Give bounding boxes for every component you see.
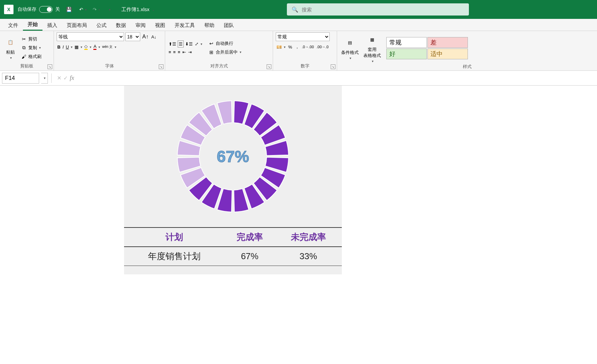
percent-icon: % <box>288 44 292 50</box>
cell-complete-rate: 67% <box>225 247 275 266</box>
decrease-font-button[interactable]: A↓ <box>151 34 157 40</box>
group-styles: ▤ 条件格式▾ ▦ 套用 表格格式▾ 常规 差 好 适中 样式 <box>337 31 597 70</box>
underline-button[interactable]: U▾ <box>65 44 73 50</box>
undo-icon: ↶ <box>78 6 84 12</box>
align-left-icon: ≡ <box>169 50 171 55</box>
accounting-format-button[interactable]: 💴▾ <box>276 43 286 51</box>
number-dialog-launcher[interactable]: ↘ <box>331 64 335 69</box>
save-button[interactable]: 💾 <box>64 5 73 14</box>
align-right-icon: ≡ <box>178 50 180 55</box>
number-format-select[interactable]: 常规 <box>276 32 330 41</box>
orientation-button[interactable]: ⤢▾ <box>194 40 203 48</box>
tab-developer[interactable]: 开发工具 <box>170 20 200 31</box>
undo-button[interactable]: ↶▾ <box>78 5 87 14</box>
font-color-button[interactable]: A▾ <box>93 43 101 51</box>
copy-button[interactable]: ⧉复制▾ <box>20 44 42 52</box>
worksheet-area[interactable]: 67% 计划 完成率 未完成率 年度销售计划 67% 33% <box>0 86 597 364</box>
increase-decimal-button[interactable]: .0→.00 <box>301 43 315 51</box>
italic-button[interactable]: I <box>62 44 64 50</box>
clipboard-dialog-launcher[interactable]: ↘ <box>48 64 52 69</box>
cell-style-good[interactable]: 好 <box>386 49 427 59</box>
tab-file[interactable]: 文件 <box>3 20 23 31</box>
tab-formulas[interactable]: 公式 <box>92 20 111 31</box>
increase-indent-button[interactable]: ⇥ <box>187 49 192 55</box>
align-top-button[interactable]: ⬆☰ <box>168 40 177 48</box>
font-size-select[interactable]: 18 <box>125 32 140 41</box>
group-font: 等线 18 A↑ A↓ B I U▾ ▦▾ ◇▾ A▾ wén 文▾ 字体 ↘ <box>54 31 165 70</box>
insert-function-button[interactable]: fx <box>70 74 74 82</box>
align-center-button[interactable]: ≡ <box>173 49 177 55</box>
ribbon-tabs: 文件 开始 插入 页面布局 公式 数据 审阅 视图 开发工具 帮助 团队 <box>0 19 597 31</box>
align-right-button[interactable]: ≡ <box>177 49 181 55</box>
tab-view[interactable]: 视图 <box>150 20 170 31</box>
tab-help[interactable]: 帮助 <box>200 20 219 31</box>
align-middle-button[interactable]: ☰ <box>178 40 184 48</box>
conditional-format-icon: ▤ <box>344 36 356 49</box>
comma-format-button[interactable]: ， <box>294 43 300 51</box>
tab-team[interactable]: 团队 <box>219 20 239 31</box>
formula-input[interactable] <box>78 73 595 84</box>
name-box[interactable]: F14 <box>2 73 39 84</box>
decrease-indent-button[interactable]: ⇤ <box>182 49 187 55</box>
fill-color-button[interactable]: ◇▾ <box>84 43 92 51</box>
redo-button[interactable]: ↷▾ <box>91 5 100 14</box>
file-name-label: 工作簿1.xlsx <box>121 6 149 13</box>
cut-button[interactable]: ✂剪切 <box>20 35 42 43</box>
table-header-plan: 计划 <box>124 228 225 247</box>
table-row[interactable]: 年度销售计划 67% 33% <box>124 247 342 266</box>
align-top-icon: ⬆☰ <box>169 41 176 47</box>
paste-button[interactable]: 📋 粘贴 ▾ <box>3 35 18 60</box>
merge-center-button[interactable]: ⊞合并后居中▾ <box>208 49 242 56</box>
chevron-down-icon: ▾ <box>109 8 111 11</box>
autosave-label: 自动保存 <box>18 6 36 12</box>
tab-review[interactable]: 审阅 <box>131 20 150 31</box>
paste-label: 粘贴 <box>6 49 15 55</box>
font-name-select[interactable]: 等线 <box>57 32 124 41</box>
cell-plan-name: 年度销售计划 <box>124 247 225 266</box>
increase-decimal-icon: .0→.00 <box>302 45 314 49</box>
phonetic-button[interactable]: wén 文▾ <box>101 44 117 50</box>
increase-font-icon: A↑ <box>142 34 149 40</box>
align-bottom-button[interactable]: ⬇☰ <box>184 40 193 48</box>
format-as-table-button[interactable]: ▦ 套用 表格格式▾ <box>362 32 382 64</box>
percent-format-button[interactable]: % <box>288 43 293 51</box>
excel-app-icon: X <box>4 5 13 14</box>
autosave-state: 关 <box>55 6 60 12</box>
cancel-formula-button[interactable]: ✕ <box>57 75 61 81</box>
format-painter-button[interactable]: 🖌格式刷 <box>20 53 42 60</box>
wrap-text-icon: ↩ <box>208 40 214 47</box>
font-dialog-launcher[interactable]: ↘ <box>159 64 163 69</box>
tab-home[interactable]: 开始 <box>23 19 42 31</box>
qat-customize-button[interactable]: ▾ <box>105 5 114 14</box>
italic-icon: I <box>62 44 64 50</box>
cell-style-normal[interactable]: 常规 <box>386 37 427 48</box>
tab-data[interactable]: 数据 <box>111 20 131 31</box>
search-box[interactable]: 🔍 <box>287 3 469 16</box>
name-box-dropdown[interactable]: ▾ <box>41 73 48 84</box>
align-left-button[interactable]: ≡ <box>168 49 172 55</box>
tab-page-layout[interactable]: 页面布局 <box>62 20 92 31</box>
enter-formula-button[interactable]: ✓ <box>63 75 68 81</box>
increase-font-button[interactable]: A↑ <box>142 33 149 40</box>
conditional-format-button[interactable]: ▤ 条件格式▾ <box>340 35 360 61</box>
save-icon: 💾 <box>66 6 72 12</box>
alignment-dialog-launcher[interactable]: ↘ <box>267 64 271 69</box>
autosave-toggle[interactable]: 自动保存 关 <box>18 6 60 13</box>
table-header-incomplete: 未完成率 <box>275 228 342 247</box>
merge-icon: ⊞ <box>208 49 214 55</box>
styles-group-label: 样式 <box>340 64 594 70</box>
search-input[interactable] <box>302 7 464 12</box>
border-button[interactable]: ▦▾ <box>74 44 83 50</box>
file-name-dropdown[interactable]: 工作簿1.xlsx ⌄ <box>121 6 155 13</box>
tab-insert[interactable]: 插入 <box>42 20 62 31</box>
decrease-decimal-button[interactable]: .00→.0 <box>316 43 329 51</box>
toggle-switch-icon[interactable] <box>39 6 53 13</box>
donut-chart: 67% <box>176 99 290 214</box>
scissors-icon: ✂ <box>21 36 27 42</box>
currency-icon: 💴 <box>276 44 282 50</box>
phonetic-icon: wén 文 <box>102 45 113 49</box>
cell-style-bad[interactable]: 差 <box>427 37 468 48</box>
bold-button[interactable]: B <box>57 44 61 50</box>
cell-style-neutral[interactable]: 适中 <box>427 49 468 59</box>
wrap-text-button[interactable]: ↩自动换行 <box>208 40 242 47</box>
